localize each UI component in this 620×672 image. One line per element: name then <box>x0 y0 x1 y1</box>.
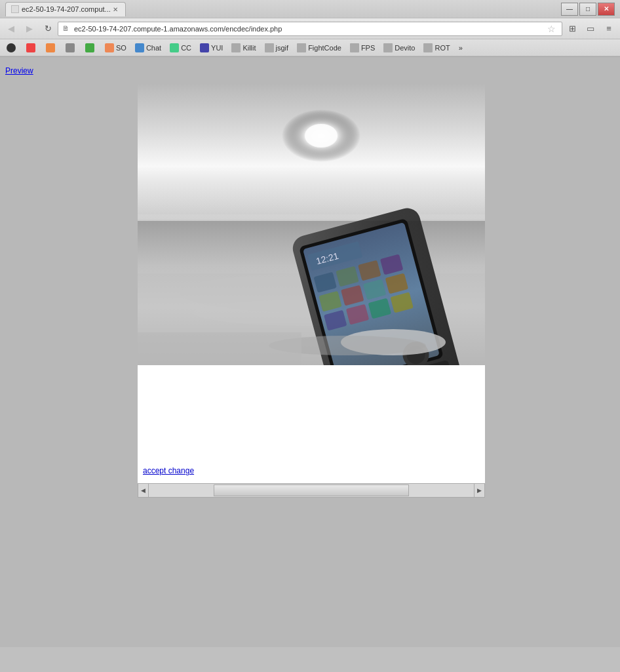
bookmark-star[interactable]: ☆ <box>545 22 558 35</box>
bookmark-label-fps: FPS <box>361 44 375 52</box>
bookmark-label-cc: CC <box>181 44 191 52</box>
bookmark-3[interactable] <box>42 41 61 54</box>
horizontal-scrollbar[interactable]: ◀ ▶ <box>138 483 485 498</box>
bookmark-label-rot: ROT <box>435 44 450 52</box>
bookmark-favicon-killit <box>231 43 241 52</box>
address-text: ec2-50-19-74-207.compute-1.amazonaws.com… <box>74 25 545 33</box>
svg-point-2 <box>305 124 338 148</box>
back-button[interactable]: ◀ <box>3 21 20 37</box>
bookmark-favicon-github <box>7 43 16 52</box>
bookmark-favicon-so <box>105 43 114 52</box>
bookmark-favicon-jsgif <box>265 43 274 52</box>
bookmark-4[interactable] <box>62 41 81 54</box>
scroll-thumb[interactable] <box>214 484 409 496</box>
settings-button[interactable]: ⊞ <box>564 21 581 37</box>
bookmark-label-devito: Devito <box>395 44 415 52</box>
bookmark-favicon-fps <box>350 43 359 52</box>
bookmarks-bar: SO Chat CC YUI Killit jsgif FightCode F <box>0 39 620 56</box>
bookmark-5[interactable] <box>81 41 100 54</box>
bookmark-favicon-cc <box>170 43 179 52</box>
window-controls: — □ ✕ <box>561 3 615 16</box>
bookmark-2[interactable] <box>22 41 41 54</box>
bookmark-label-so: SO <box>116 44 126 52</box>
title-bar: ec2-50-19-74-207.comput... ✕ — □ ✕ <box>0 0 620 18</box>
bookmark-favicon-5 <box>85 43 94 52</box>
forward-button[interactable]: ▶ <box>21 21 38 37</box>
close-button[interactable]: ✕ <box>598 3 615 16</box>
bookmark-favicon-fightcode <box>297 43 306 52</box>
bookmark-label-fightcode: FightCode <box>308 44 341 52</box>
navigation-bar: ◀ ▶ ↻ 🗎 ec2-50-19-74-207.compute-1.amazo… <box>0 18 620 39</box>
browser-tab[interactable]: ec2-50-19-74-207.comput... ✕ <box>5 2 126 16</box>
tab-strip: ec2-50-19-74-207.comput... ✕ <box>5 2 126 16</box>
maximize-button[interactable]: □ <box>579 3 596 16</box>
tab-close-button[interactable]: ✕ <box>111 5 120 14</box>
minimize-button[interactable]: — <box>561 3 578 16</box>
bookmark-label-killit: Killit <box>242 44 256 52</box>
bookmark-more[interactable]: » <box>455 41 467 54</box>
more-bookmarks-icon: » <box>459 44 463 52</box>
bookmark-jsgif[interactable]: jsgif <box>261 41 293 54</box>
bookmark-favicon-yui <box>200 43 209 52</box>
svg-rect-52 <box>138 332 301 365</box>
bookmark-github[interactable] <box>3 41 22 54</box>
scroll-left-button[interactable]: ◀ <box>138 484 149 497</box>
bookmark-devito[interactable]: Devito <box>379 41 419 54</box>
bookmark-favicon-chat <box>135 43 144 52</box>
preview-link[interactable]: Preview <box>0 64 39 78</box>
bookmark-favicon-2 <box>26 43 35 52</box>
bookmark-so[interactable]: SO <box>101 41 130 54</box>
phone-image-area: 12:21 <box>138 83 485 365</box>
bookmark-yui[interactable]: YUI <box>196 41 227 54</box>
refresh-button[interactable]: ↻ <box>39 21 56 37</box>
bookmark-favicon-rot <box>423 43 433 52</box>
browser-content: Preview <box>0 57 620 647</box>
bookmark-favicon-devito <box>383 43 393 52</box>
address-bar[interactable]: 🗎 ec2-50-19-74-207.compute-1.amazonaws.c… <box>58 22 562 36</box>
scroll-right-button[interactable]: ▶ <box>474 484 484 497</box>
bookmark-fightcode[interactable]: FightCode <box>293 41 345 54</box>
bookmark-killit[interactable]: Killit <box>227 41 260 54</box>
white-content-area: accept change <box>138 365 485 483</box>
bookmark-label-jsgif: jsgif <box>276 44 289 52</box>
phone-image-svg: 12:21 <box>138 83 485 365</box>
bookmark-chat[interactable]: Chat <box>131 41 165 54</box>
tab-favicon <box>11 5 19 13</box>
sidebar-button[interactable]: ▭ <box>582 21 599 37</box>
bookmark-label-yui: YUI <box>211 44 223 52</box>
menu-button[interactable]: ≡ <box>600 21 617 37</box>
bookmark-favicon-4 <box>66 43 75 52</box>
page-icon: 🗎 <box>62 24 71 33</box>
bookmark-label-chat: Chat <box>146 44 161 52</box>
scroll-track <box>149 484 474 497</box>
bookmark-favicon-3 <box>46 43 55 52</box>
page-container: 12:21 <box>138 83 492 498</box>
bookmark-rot[interactable]: ROT <box>419 41 454 54</box>
tab-title: ec2-50-19-74-207.comput... <box>22 5 111 13</box>
bookmark-cc[interactable]: CC <box>166 41 195 54</box>
svg-rect-3 <box>138 214 485 220</box>
bookmark-fps[interactable]: FPS <box>346 41 379 54</box>
accept-change-link[interactable]: accept change <box>143 466 194 475</box>
